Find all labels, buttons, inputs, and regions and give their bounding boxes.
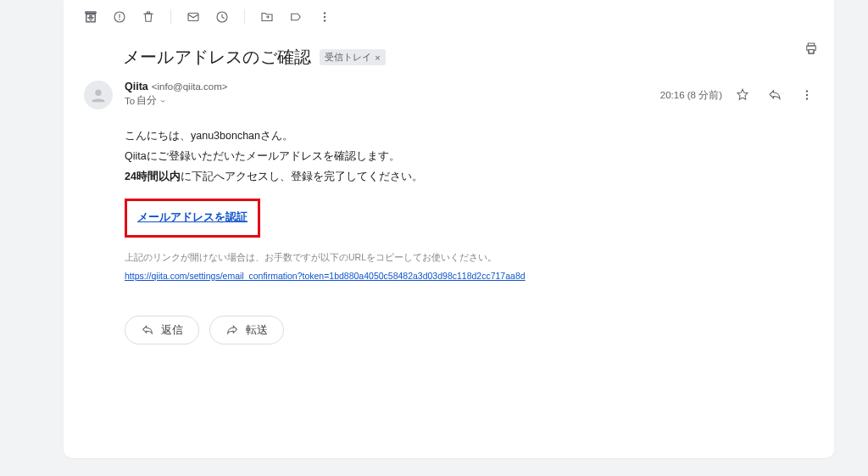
move-to-button[interactable] xyxy=(253,3,281,31)
spam-button[interactable] xyxy=(106,3,133,31)
highlight-box: メールアドレスを認証 xyxy=(125,199,260,238)
avatar[interactable] xyxy=(84,81,113,109)
deadline-bold: 24時間以内 xyxy=(125,171,181,182)
snooze-icon xyxy=(214,9,230,25)
forward-label: 転送 xyxy=(246,322,268,338)
unread-icon xyxy=(186,9,201,25)
reply-icon-button[interactable] xyxy=(763,83,787,107)
chip-remove-icon[interactable]: × xyxy=(375,53,380,63)
reply-icon xyxy=(141,323,154,337)
svg-point-9 xyxy=(324,20,326,21)
subject-row: メールアドレスのご確認 受信トレイ × xyxy=(64,34,834,72)
delete-icon xyxy=(141,9,156,25)
spam-icon xyxy=(112,9,127,25)
to-target: 自分 xyxy=(136,94,157,107)
sender-email: <info@qiita.com> xyxy=(152,81,228,92)
svg-point-7 xyxy=(324,12,326,14)
sender-to-dropdown[interactable]: To 自分 xyxy=(125,94,660,107)
message-more-button[interactable] xyxy=(795,83,819,107)
sender-meta: Qiita <info@qiita.com> To 自分 xyxy=(125,81,660,109)
forward-icon xyxy=(225,323,239,337)
greeting-username: yanu3bonchan xyxy=(191,130,260,142)
email-time: 20:16 (8 分前) xyxy=(660,89,722,102)
star-button[interactable] xyxy=(731,83,754,107)
toolbar-separator xyxy=(244,9,245,25)
greeting-pre: こんにちは、 xyxy=(125,130,191,142)
fallback-note: 上記のリンクが開けない場合は、お手数ですが以下のURLをコピーしてお使いください… xyxy=(125,249,783,266)
fallback-url-link[interactable]: https://qiita.com/settings/email_confirm… xyxy=(125,271,526,281)
print-button[interactable] xyxy=(804,41,819,59)
more-icon xyxy=(317,9,332,25)
svg-rect-10 xyxy=(809,50,814,54)
chevron-down-icon xyxy=(159,97,167,105)
forward-button[interactable]: 転送 xyxy=(209,316,284,344)
svg-point-11 xyxy=(95,90,101,96)
reply-forward-row: 返信 転送 xyxy=(64,287,834,344)
kebab-icon xyxy=(799,87,815,103)
mark-unread-button[interactable] xyxy=(180,3,207,31)
email-subject: メールアドレスのご確認 xyxy=(123,46,311,69)
svg-point-13 xyxy=(806,94,808,96)
label-icon xyxy=(288,9,303,25)
to-prefix: To xyxy=(125,96,135,106)
label-chip-text: 受信トレイ xyxy=(325,51,371,64)
verify-link[interactable]: メールアドレスを認証 xyxy=(137,211,248,223)
archive-icon xyxy=(83,9,98,25)
body-line3: 24時間以内に下記へアクセスし、登録を完了してください。 xyxy=(125,167,783,188)
svg-point-12 xyxy=(806,90,808,92)
greeting-post: さん。 xyxy=(260,130,293,142)
print-icon xyxy=(804,41,819,56)
greeting-line: こんにちは、yanu3bonchanさん。 xyxy=(125,126,783,147)
svg-rect-5 xyxy=(188,14,198,21)
reply-button[interactable]: 返信 xyxy=(125,316,199,344)
more-button[interactable] xyxy=(311,3,338,31)
label-button[interactable] xyxy=(282,3,309,31)
archive-button[interactable] xyxy=(77,3,104,31)
snooze-button[interactable] xyxy=(209,3,236,31)
sender-actions: 20:16 (8 分前) xyxy=(660,81,819,109)
svg-point-14 xyxy=(806,98,808,99)
body-line2: Qiitaにご登録いただいたメールアドレスを確認します。 xyxy=(125,147,783,167)
svg-point-8 xyxy=(324,16,326,18)
moveto-icon xyxy=(259,9,275,25)
body-line3-rest: に下記へアクセスし、登録を完了してください。 xyxy=(181,171,423,182)
sender-name: Qiita xyxy=(125,81,148,92)
svg-point-4 xyxy=(119,19,120,20)
delete-button[interactable] xyxy=(135,3,162,31)
star-icon xyxy=(735,87,750,103)
inbox-label-chip[interactable]: 受信トレイ × xyxy=(320,49,385,65)
toolbar-separator xyxy=(170,9,171,25)
mail-toolbar xyxy=(64,0,834,34)
reply-icon xyxy=(767,87,782,103)
reply-label: 返信 xyxy=(161,322,183,338)
person-icon xyxy=(89,86,108,104)
email-body: こんにちは、yanu3bonchanさん。 Qiitaにご登録いただいたメールア… xyxy=(64,109,834,287)
sender-row: Qiita <info@qiita.com> To 自分 20:16 (8 分前… xyxy=(64,72,834,109)
email-pane: メールアドレスのご確認 受信トレイ × Qiita <info@qiita.co… xyxy=(64,0,834,458)
